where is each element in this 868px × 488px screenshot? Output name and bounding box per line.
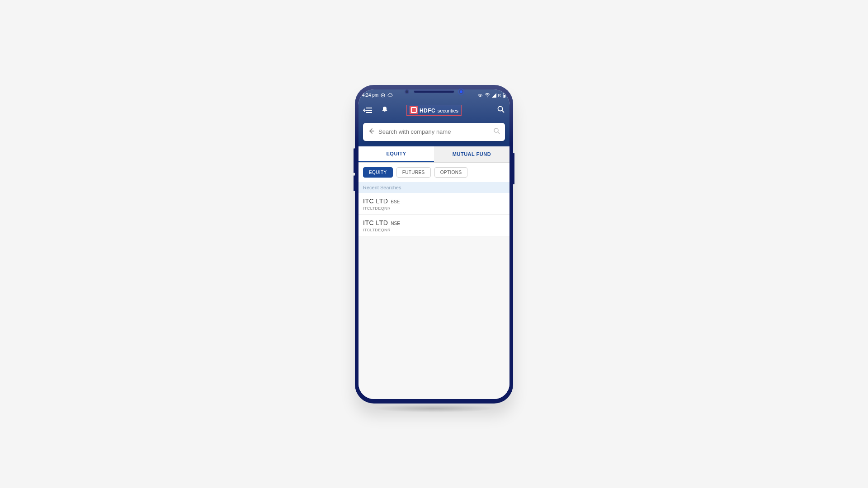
search-icon[interactable] — [493, 127, 500, 136]
svg-line-11 — [502, 110, 505, 113]
speaker-grill-icon — [414, 90, 454, 93]
svg-point-10 — [498, 106, 503, 111]
brand-name-secondary: securities — [438, 108, 458, 113]
search-input[interactable] — [378, 128, 490, 135]
phone-frame: 4:24 pm — [355, 85, 513, 404]
search-result-row[interactable]: ITC LTD NSE ITCLTDEQNR — [359, 215, 509, 236]
empty-content-area — [359, 236, 509, 399]
pill-label: EQUITY — [369, 170, 387, 175]
result-code: ITCLTDEQNR — [363, 228, 505, 232]
brand-name-primary: HDFC — [420, 108, 435, 114]
brand-logo[interactable]: HDFC securities — [406, 105, 462, 116]
pill-label: FUTURES — [402, 170, 425, 175]
app-header: HDFC securities — [359, 101, 509, 119]
header-search-button[interactable] — [497, 105, 505, 115]
pill-label: OPTIONS — [440, 170, 462, 175]
result-name: ITC LTD — [363, 219, 388, 226]
tab-mutual-fund[interactable]: MUTUAL FUND — [434, 146, 509, 162]
pill-futures[interactable]: FUTURES — [396, 167, 431, 178]
volume-down-button — [354, 175, 355, 191]
brand-mark-icon — [410, 106, 418, 114]
phone-sensor-bar — [355, 88, 513, 96]
menu-back-button[interactable] — [363, 107, 373, 114]
pill-options[interactable]: OPTIONS — [434, 167, 468, 178]
search-back-button[interactable] — [368, 127, 375, 136]
tab-label: EQUITY — [387, 151, 406, 156]
pill-equity[interactable]: EQUITY — [363, 167, 393, 178]
instrument-pill-row: EQUITY FUTURES OPTIONS — [359, 163, 509, 182]
result-exchange: BSE — [391, 199, 400, 204]
recent-searches-header: Recent Searches — [359, 182, 509, 193]
sensor-dot-icon — [459, 89, 463, 94]
main-tab-bar: EQUITY MUTUAL FUND — [359, 146, 509, 163]
search-area — [359, 119, 509, 146]
phone-screen: 4:24 pm — [359, 89, 509, 399]
notifications-button[interactable] — [381, 106, 388, 115]
tab-equity[interactable]: EQUITY — [359, 146, 434, 162]
volume-up-button — [354, 148, 355, 173]
tab-label: MUTUAL FUND — [453, 151, 491, 157]
result-code: ITCLTDEQNR — [363, 206, 505, 211]
result-exchange: NSE — [391, 221, 400, 226]
svg-line-14 — [498, 132, 500, 134]
svg-point-13 — [494, 128, 498, 132]
result-name: ITC LTD — [363, 197, 388, 205]
search-box[interactable] — [363, 123, 505, 141]
power-button — [513, 153, 514, 184]
phone-shadow — [371, 404, 497, 413]
svg-point-3 — [487, 96, 488, 97]
search-result-row[interactable]: ITC LTD BSE ITCLTDEQNR — [359, 193, 509, 215]
camera-dot-icon — [405, 89, 409, 94]
